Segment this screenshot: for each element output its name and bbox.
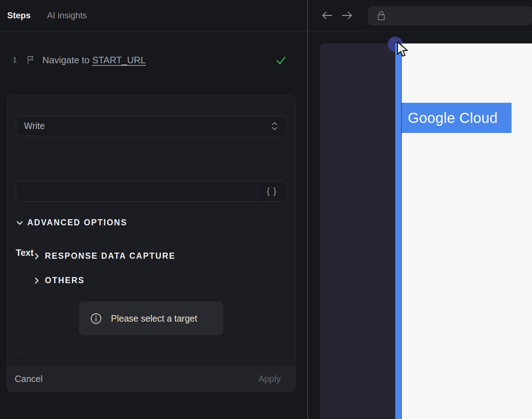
cancel-button[interactable]: Cancel [15,374,43,384]
action-select[interactable]: Write [16,116,286,136]
text-input[interactable] [16,181,257,201]
step-editor-card: Write Text { } ADVANCED OPTIONS RESPONSE… [7,95,295,392]
others-toggle[interactable]: OTHERS [33,276,85,285]
tab-steps[interactable]: Steps [7,10,31,20]
browser-preview: Google Cloud [308,0,532,419]
select-target-notice: Please select a target [79,301,223,335]
step-title: Navigate to START_URL [42,55,146,66]
step-title-prefix: Navigate to [42,55,92,65]
browser-toolbar [308,0,532,31]
page-sidebar-region [320,43,395,419]
steps-panel: Steps AI insights 1 Navigate to START_UR… [0,0,308,419]
page-content-region [402,43,532,419]
apply-button[interactable]: Apply [258,374,281,384]
chevron-updown-icon [271,121,278,132]
back-arrow-icon[interactable] [321,10,333,21]
mouse-cursor-icon [396,41,411,58]
insert-variable-button[interactable]: { } [257,181,286,201]
step-number: 1 [10,55,19,65]
highlighted-element-label: Google Cloud [408,110,498,126]
url-bar[interactable] [368,6,532,26]
highlighted-element[interactable]: Google Cloud [402,103,512,133]
chevron-right-icon [33,277,41,285]
chevron-down-icon [16,219,24,227]
advanced-options-label: ADVANCED OPTIONS [27,218,127,227]
flag-icon [26,55,35,65]
text-field-label: Text [16,248,34,258]
card-footer: Cancel Apply [7,366,295,392]
action-select-value: Write [24,121,45,131]
response-data-capture-label: RESPONSE DATA CAPTURE [45,251,176,261]
chevron-right-icon [33,252,41,260]
response-data-capture-toggle[interactable]: RESPONSE DATA CAPTURE [33,251,176,261]
element-highlight-column [395,43,401,419]
forward-arrow-icon[interactable] [341,10,353,21]
step-row[interactable]: 1 Navigate to START_URL [0,51,308,69]
step-start-url-link[interactable]: START_URL [92,55,146,65]
select-target-notice-text: Please select a target [111,313,197,324]
lock-icon [377,10,386,21]
tab-ai-insights[interactable]: AI insights [47,10,87,20]
info-icon [90,313,102,324]
panel-header: Steps AI insights [0,0,308,31]
advanced-options-toggle[interactable]: ADVANCED OPTIONS [16,218,127,227]
text-input-group: { } [16,181,286,202]
check-icon [275,55,287,66]
card-divider [15,353,288,354]
others-label: OTHERS [45,276,85,285]
